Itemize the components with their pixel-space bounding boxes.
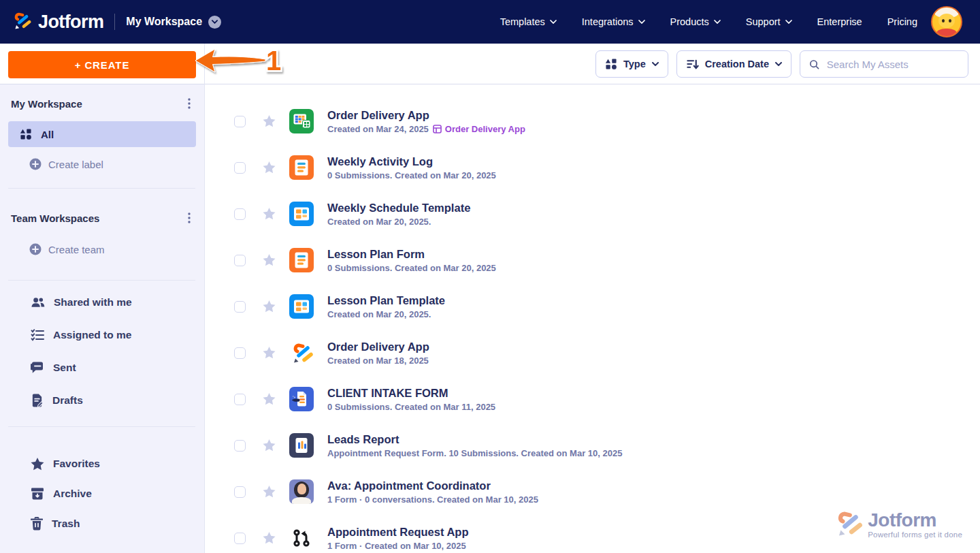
favorite-star-icon[interactable] xyxy=(263,486,276,498)
trash-icon xyxy=(31,517,43,531)
chevron-down-icon[interactable] xyxy=(208,16,221,29)
row-checkbox[interactable] xyxy=(234,394,246,405)
grid-shapes-icon xyxy=(20,128,32,140)
page-header: + CREATE Type Creation Date xyxy=(0,44,980,84)
asset-title[interactable]: Lesson Plan Form xyxy=(327,248,496,260)
search-input[interactable] xyxy=(827,59,960,70)
nav-enterprise[interactable]: Enterprise xyxy=(817,16,862,27)
sidebar-item-archive[interactable]: Archive xyxy=(31,486,92,502)
star-icon xyxy=(31,458,44,471)
navbar-divider xyxy=(114,14,115,30)
favorite-star-icon[interactable] xyxy=(263,532,276,544)
sidebar-item-shared-with-me[interactable]: Shared with me xyxy=(31,294,132,311)
chat-bubble-icon xyxy=(31,362,44,374)
asset-row[interactable]: CLIENT INTAKE FORM0 Submissions. Created… xyxy=(205,376,980,422)
favorite-star-icon[interactable] xyxy=(263,300,276,313)
form-orange-icon xyxy=(289,248,314,272)
chevron-down-icon xyxy=(550,20,557,24)
asset-title[interactable]: Ava: Appointment Coordinator xyxy=(327,479,538,492)
jotform-logo[interactable]: Jotform xyxy=(12,10,103,33)
user-avatar[interactable] xyxy=(931,6,962,37)
search-box xyxy=(800,50,968,78)
asset-row[interactable]: Lesson Plan Form0 Submissions. Created o… xyxy=(205,237,980,283)
nav-pricing[interactable]: Pricing xyxy=(887,16,917,27)
nav-support[interactable]: Support xyxy=(746,16,792,27)
my-workspace-header: My Workspace xyxy=(11,97,196,110)
asset-row[interactable]: Leads ReportAppointment Request Form. 10… xyxy=(205,422,980,469)
workspace-name: My Workspace xyxy=(126,16,202,28)
nav-products[interactable]: Products xyxy=(670,16,721,27)
asset-list-panel: Order Delivery AppCreated on Mar 24, 202… xyxy=(205,84,980,553)
create-button[interactable]: + CREATE xyxy=(8,51,196,78)
asset-title[interactable]: Leads Report xyxy=(327,433,622,445)
row-checkbox[interactable] xyxy=(234,116,246,127)
agent-avatar-photo-icon xyxy=(289,479,314,504)
asset-meta: Appointment Request Form. 10 Submissions… xyxy=(327,449,622,458)
asset-row[interactable]: Weekly Schedule TemplateCreated on Mar 2… xyxy=(205,191,980,237)
sort-icon xyxy=(686,58,699,71)
asset-title[interactable]: Order Delivery App xyxy=(327,109,525,121)
grid-shapes-icon xyxy=(605,58,617,70)
asset-row[interactable]: Lesson Plan TemplateCreated on Mar 20, 2… xyxy=(205,283,980,330)
sidebar-item-favorites[interactable]: Favorites xyxy=(31,456,100,472)
row-checkbox[interactable] xyxy=(234,347,246,359)
row-checkbox[interactable] xyxy=(234,440,246,452)
search-icon xyxy=(808,58,820,71)
favorite-star-icon[interactable] xyxy=(263,393,276,405)
sidebar-item-sent[interactable]: Sent xyxy=(31,360,76,376)
nav-integrations[interactable]: Integrations xyxy=(582,16,645,27)
row-checkbox[interactable] xyxy=(234,255,246,266)
asset-title[interactable]: Weekly Schedule Template xyxy=(327,202,470,214)
sort-filter-button[interactable]: Creation Date xyxy=(676,50,791,78)
asset-meta: 0 Submissions. Created on Mar 11, 2025 xyxy=(327,402,495,411)
jotform-mark-icon xyxy=(289,341,314,365)
favorite-star-icon[interactable] xyxy=(263,254,276,266)
row-checkbox[interactable] xyxy=(234,162,246,174)
create-label-button[interactable]: Create label xyxy=(29,157,103,171)
row-checkbox[interactable] xyxy=(234,486,246,498)
sidebar-item-assigned-to-me[interactable]: Assigned to me xyxy=(31,327,131,343)
board-blue-icon xyxy=(289,202,314,226)
chevron-down-icon xyxy=(714,20,721,24)
sidebar-item-trash[interactable]: Trash xyxy=(31,516,80,532)
top-navbar: Jotform My Workspace Templates Integrati… xyxy=(0,0,980,44)
linked-app-link[interactable]: Order Delivery App xyxy=(433,125,525,133)
asset-title[interactable]: CLIENT INTAKE FORM xyxy=(327,387,495,399)
nav-templates[interactable]: Templates xyxy=(500,16,557,27)
asset-row[interactable]: Order Delivery AppCreated on Mar 18, 202… xyxy=(205,330,980,376)
asset-toolbar: Type Creation Date xyxy=(595,50,968,78)
create-team-button[interactable]: Create team xyxy=(29,242,105,256)
chevron-down-icon xyxy=(638,20,645,24)
asset-row[interactable]: Order Delivery AppCreated on Mar 24, 202… xyxy=(205,98,980,144)
favorite-star-icon[interactable] xyxy=(263,439,276,452)
asset-title[interactable]: Lesson Plan Template xyxy=(327,294,445,306)
workspace-switcher[interactable]: My Workspace xyxy=(126,16,221,29)
jotform-logo-icon xyxy=(12,10,32,33)
app-builder-green-icon xyxy=(289,109,314,133)
sidebar-item-all[interactable]: All xyxy=(8,121,196,147)
row-checkbox[interactable] xyxy=(234,208,246,220)
sidebar-main-divider xyxy=(204,44,205,553)
asset-title[interactable]: Order Delivery App xyxy=(327,341,429,353)
type-filter-button[interactable]: Type xyxy=(595,50,668,78)
asset-row[interactable]: Weekly Activity Log0 Submissions. Create… xyxy=(205,144,980,191)
report-navy-icon xyxy=(289,433,314,458)
kebab-menu-icon[interactable] xyxy=(182,211,196,225)
chevron-down-icon xyxy=(775,62,782,66)
asset-title[interactable]: Appointment Request App xyxy=(327,526,468,538)
favorite-star-icon[interactable] xyxy=(263,347,276,359)
asset-list: Order Delivery AppCreated on Mar 24, 202… xyxy=(205,98,980,553)
row-checkbox[interactable] xyxy=(234,533,246,544)
favorite-star-icon[interactable] xyxy=(263,115,276,127)
favorite-star-icon[interactable] xyxy=(263,161,276,174)
sidebar-item-drafts[interactable]: Drafts xyxy=(31,392,83,409)
favorite-star-icon[interactable] xyxy=(263,208,276,220)
navbar-links: Templates Integrations Products Support … xyxy=(500,16,917,27)
chevron-down-icon xyxy=(652,62,659,66)
board-blue-icon xyxy=(289,294,314,319)
plus-circle-icon xyxy=(29,158,42,170)
asset-title[interactable]: Weekly Activity Log xyxy=(327,155,496,168)
row-checkbox[interactable] xyxy=(234,301,246,313)
asset-meta: 1 Form · Created on Mar 10, 2025 xyxy=(327,541,468,550)
kebab-menu-icon[interactable] xyxy=(182,97,196,110)
